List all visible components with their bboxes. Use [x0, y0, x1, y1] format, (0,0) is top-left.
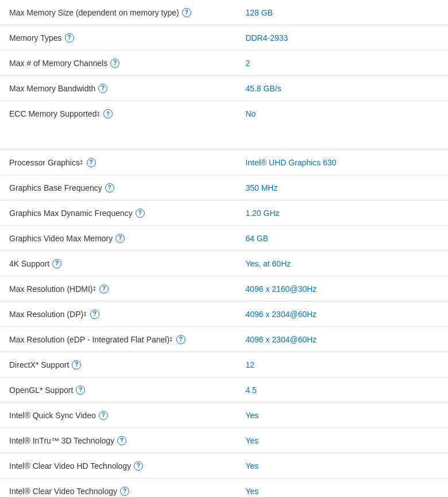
- section-spacer: [0, 126, 448, 131]
- spec-label-text: ECC Memory Supported: [9, 109, 97, 118]
- spec-label: Max # of Memory Channels?: [9, 59, 245, 68]
- table-row: Memory Types?DDR4-2933: [0, 25, 448, 51]
- table-row: Intel® Clear Video HD Technology?Yes: [0, 453, 448, 479]
- help-icon[interactable]: ?: [52, 259, 61, 268]
- spec-value: Yes: [245, 436, 439, 445]
- help-icon[interactable]: ?: [72, 360, 81, 369]
- spec-label: DirectX* Support?: [9, 360, 245, 369]
- help-icon[interactable]: ?: [117, 436, 126, 445]
- spec-label: Max Resolution (DP)‡?: [9, 310, 245, 319]
- dagger-mark: ‡: [169, 336, 173, 342]
- spec-label: Graphics Video Max Memory?: [9, 234, 245, 243]
- table-row: Graphics Max Dynamic Frequency?1.20 GHz: [0, 201, 448, 226]
- dagger-mark: ‡: [83, 311, 87, 317]
- spec-label-text: Memory Types: [9, 33, 62, 43]
- spec-label-text: Max Memory Bandwidth: [9, 84, 95, 93]
- spec-label-text: Graphics Max Dynamic Frequency: [9, 209, 133, 218]
- spec-label: Max Resolution (HDMI)‡?: [9, 284, 245, 294]
- table-row: Max Memory Size (dependent on memory typ…: [0, 0, 448, 25]
- help-icon[interactable]: ?: [98, 84, 107, 93]
- help-icon[interactable]: ?: [105, 183, 114, 192]
- help-icon[interactable]: ?: [176, 335, 186, 344]
- table-row: 4K Support?Yes, at 60Hz: [0, 251, 448, 276]
- spec-label: Max Resolution (eDP - Integrated Flat Pa…: [9, 335, 245, 344]
- help-icon[interactable]: ?: [115, 234, 125, 243]
- table-row: Graphics Video Max Memory?64 GB: [0, 226, 448, 251]
- spec-label-text: Max Memory Size (dependent on memory typ…: [9, 8, 179, 17]
- spec-label-text: Graphics Base Frequency: [9, 183, 102, 192]
- table-row: ECC Memory Supported‡?No: [0, 101, 448, 126]
- table-row: Intel® Clear Video Technology?Yes: [0, 479, 448, 497]
- table-row: Intel® InTru™ 3D Technology?Yes: [0, 428, 448, 453]
- table-row: DirectX* Support?12: [0, 352, 448, 377]
- table-row: Graphics Base Frequency?350 MHz: [0, 175, 448, 201]
- spec-value: 4.5: [245, 386, 439, 395]
- help-icon[interactable]: ?: [182, 8, 191, 17]
- spec-value: 4096 x 2160@30Hz: [245, 284, 439, 294]
- dagger-mark: ‡: [97, 111, 101, 117]
- table-row: Max Resolution (HDMI)‡?4096 x 2160@30Hz: [0, 276, 448, 302]
- help-icon[interactable]: ?: [103, 109, 113, 118]
- table-row: Max # of Memory Channels?2: [0, 51, 448, 76]
- help-icon[interactable]: ?: [120, 487, 129, 496]
- dagger-mark: ‡: [92, 286, 96, 292]
- spec-label: Max Memory Size (dependent on memory typ…: [9, 8, 245, 17]
- help-icon[interactable]: ?: [99, 284, 109, 294]
- spec-value-link[interactable]: 128 GB: [245, 8, 272, 17]
- spec-value: Intel® UHD Graphics 630: [245, 158, 439, 167]
- table-row: Processor Graphics‡?Intel® UHD Graphics …: [0, 150, 448, 175]
- help-icon[interactable]: ?: [76, 386, 85, 395]
- spec-value: No: [245, 109, 439, 118]
- spec-value: 45.8 GB/s: [245, 84, 439, 93]
- spec-label: ECC Memory Supported‡?: [9, 109, 245, 118]
- spec-label: OpenGL* Support?: [9, 386, 245, 395]
- spec-label-text: OpenGL* Support: [9, 386, 73, 395]
- spec-value: Yes, at 60Hz: [245, 259, 439, 268]
- spec-label-text: Max Resolution (HDMI): [9, 284, 92, 294]
- help-icon[interactable]: ?: [90, 310, 99, 319]
- spec-label-text: 4K Support: [9, 259, 49, 268]
- spec-label: Intel® Quick Sync Video?: [9, 411, 245, 420]
- spec-value: 128 GB: [245, 8, 439, 17]
- spec-label: Intel® InTru™ 3D Technology?: [9, 436, 245, 445]
- spec-label-text: Intel® Clear Video HD Technology: [9, 461, 131, 471]
- help-icon[interactable]: ?: [87, 158, 96, 167]
- spec-label: Graphics Base Frequency?: [9, 183, 245, 192]
- spec-label-text: Intel® Clear Video Technology: [9, 487, 117, 496]
- spec-page: Max Memory Size (dependent on memory typ…: [0, 0, 448, 497]
- dagger-mark: ‡: [80, 159, 83, 165]
- spec-value: 1.20 GHz: [245, 209, 439, 218]
- graphics-section-header: [0, 131, 448, 150]
- spec-label: Intel® Clear Video Technology?: [9, 487, 245, 496]
- spec-label-text: Max Resolution (DP): [9, 310, 83, 319]
- spec-label-text: Processor Graphics: [9, 158, 80, 167]
- spec-label-text: DirectX* Support: [9, 360, 69, 369]
- spec-label-text: Max # of Memory Channels: [9, 59, 107, 68]
- spec-value: 350 MHz: [245, 183, 439, 192]
- spec-value: 4096 x 2304@60Hz: [245, 310, 439, 319]
- help-icon[interactable]: ?: [65, 33, 74, 43]
- spec-label-text: Intel® InTru™ 3D Technology: [9, 436, 114, 445]
- help-icon[interactable]: ?: [110, 59, 119, 68]
- spec-label: Processor Graphics‡?: [9, 158, 245, 167]
- help-icon[interactable]: ?: [134, 461, 143, 471]
- spec-value: Yes: [245, 411, 439, 420]
- spec-value-link[interactable]: Intel® UHD Graphics 630: [245, 158, 336, 167]
- table-row: Max Memory Bandwidth?45.8 GB/s: [0, 76, 448, 101]
- spec-value: DDR4-2933: [245, 33, 439, 43]
- spec-label: 4K Support?: [9, 259, 245, 268]
- spec-label: Intel® Clear Video HD Technology?: [9, 461, 245, 471]
- spec-label-text: Graphics Video Max Memory: [9, 234, 113, 243]
- help-icon[interactable]: ?: [136, 209, 145, 218]
- spec-value: 64 GB: [245, 234, 439, 243]
- table-row: OpenGL* Support?4.5: [0, 377, 448, 403]
- help-icon[interactable]: ?: [99, 411, 108, 420]
- spec-value-link[interactable]: DDR4-2933: [245, 33, 288, 43]
- spec-value: Yes: [245, 461, 439, 471]
- spec-value: Yes: [245, 487, 439, 496]
- spec-value: 2: [245, 59, 439, 68]
- table-row: Max Resolution (DP)‡?4096 x 2304@60Hz: [0, 302, 448, 327]
- spec-value: 12: [245, 360, 439, 369]
- spec-label-text: Intel® Quick Sync Video: [9, 411, 96, 420]
- spec-label: Max Memory Bandwidth?: [9, 84, 245, 93]
